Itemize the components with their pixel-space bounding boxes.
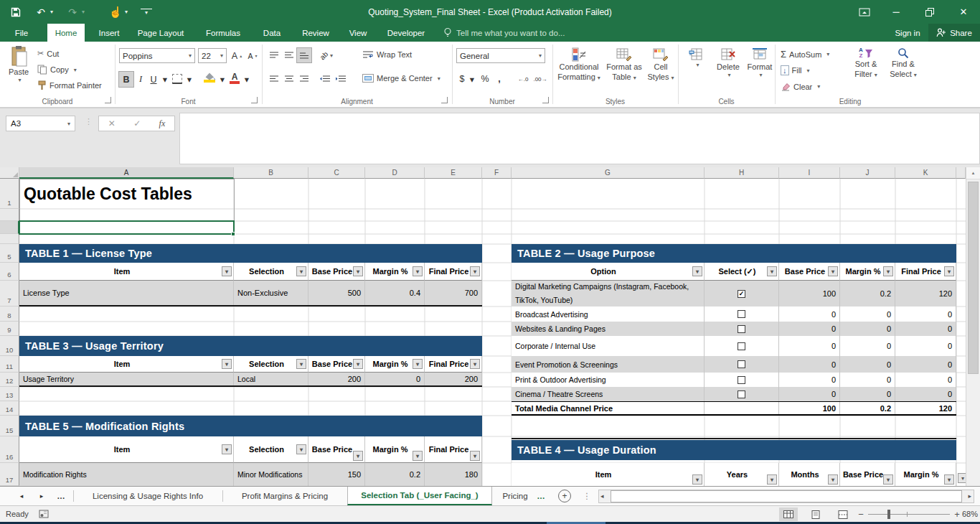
table4-header-margin[interactable]: Margin %▾ <box>895 463 956 486</box>
table1-header-item[interactable]: Item▾ <box>19 263 234 281</box>
table2-header-final[interactable]: Final Price▾ <box>895 263 956 281</box>
table3-header-selection[interactable]: Selection▾ <box>234 356 308 373</box>
clipboard-dialog-launcher-icon[interactable] <box>105 97 111 103</box>
table1-header-selection[interactable]: Selection▾ <box>234 263 308 281</box>
row-header-1[interactable]: 1 <box>0 179 19 209</box>
bottom-align-icon[interactable] <box>297 48 311 62</box>
table1-header-margin[interactable]: Margin %▾ <box>365 263 425 281</box>
column-header-J[interactable]: J <box>840 167 895 179</box>
selected-cell-A3[interactable] <box>19 220 235 235</box>
sheet-tab-profit-margins[interactable]: Profit Margins & Pricing <box>224 487 346 505</box>
table2-row[interactable]: Event Promotion & Screenings 0 0 0 <box>512 356 956 373</box>
touch-mode-dropdown-icon[interactable]: ▾ <box>122 0 131 24</box>
row-header-10[interactable]: 10 <box>0 336 19 356</box>
row-header-12[interactable]: 12 <box>0 373 19 387</box>
column-header-K[interactable]: K <box>895 167 956 179</box>
row-header-15[interactable]: 15 <box>0 416 19 436</box>
row-header-6[interactable]: 6 <box>0 263 19 281</box>
sheet-nav-left-icon[interactable]: ◂ <box>13 487 30 505</box>
hscroll-left-icon[interactable]: ◂ <box>600 492 604 500</box>
clear-button[interactable]: Clear ▾ <box>781 82 820 91</box>
conditional-formatting-button[interactable]: Conditional Formatting▾ <box>555 47 603 83</box>
column-header-A[interactable]: A <box>19 167 234 179</box>
filter-dropdown-icon[interactable]: ▾ <box>883 266 893 276</box>
row-header-9[interactable]: 9 <box>0 322 19 336</box>
fill-button[interactable]: ↓ Fill ▾ <box>781 65 810 75</box>
new-sheet-icon[interactable]: + <box>558 490 571 502</box>
tab-file[interactable]: File <box>6 24 37 42</box>
table1-header-final[interactable]: Final Price▾ <box>425 263 482 281</box>
table4-header-months[interactable]: Months▾ <box>779 463 840 486</box>
table5-header-selection[interactable]: Selection▾ <box>234 436 308 463</box>
filter-dropdown-icon[interactable]: ▾ <box>692 474 702 485</box>
sheet-tab-pricing[interactable]: Pricing <box>496 487 534 505</box>
borders-icon[interactable] <box>172 74 182 84</box>
underline-dropdown-icon[interactable]: ▾ <box>161 72 169 87</box>
filter-dropdown-icon[interactable]: ▾ <box>296 266 306 276</box>
cell-styles-button[interactable]: Cell Styles▾ <box>644 47 677 83</box>
vertical-scroll-thumb[interactable] <box>968 182 979 374</box>
save-icon[interactable] <box>7 0 24 24</box>
undo-dropdown-icon[interactable]: ▾ <box>47 0 56 24</box>
number-dialog-launcher-icon[interactable] <box>542 97 549 103</box>
zoom-slider-track[interactable] <box>868 514 950 515</box>
column-header-E[interactable]: E <box>425 167 482 179</box>
table4-header-item[interactable]: Item▾ <box>512 463 705 486</box>
filter-dropdown-icon[interactable]: ▾ <box>413 451 423 461</box>
table2-row[interactable]: Cinema / Theatre Screens 0 0 0 <box>512 387 956 401</box>
close-button[interactable]: ✕ <box>951 0 976 24</box>
table2-row[interactable]: Corporate / Internal Use 0 0 0 <box>512 336 956 356</box>
merge-center-button[interactable]: Merge & Center ▾ <box>362 74 440 83</box>
table2-header-option[interactable]: Option▾ <box>512 263 705 281</box>
row-header-14[interactable]: 14 <box>0 401 19 416</box>
find-select-button[interactable]: Find & Select▾ <box>885 47 921 80</box>
table2-banner[interactable]: TABLE 2 — Usage Purpose <box>512 244 956 263</box>
hscroll-right-icon[interactable]: ▸ <box>968 492 971 500</box>
table2-header-margin[interactable]: Margin %▾ <box>840 263 895 281</box>
filter-dropdown-icon[interactable]: ▾ <box>353 451 363 461</box>
table4-header-base[interactable]: Base Price▾ <box>840 463 895 486</box>
undo-icon[interactable]: ↶ <box>33 0 49 24</box>
table3-header-margin[interactable]: Margin %▾ <box>365 356 425 373</box>
tab-view[interactable]: View <box>343 24 373 42</box>
font-dialog-launcher-icon[interactable] <box>251 97 258 103</box>
row-header-8[interactable]: 8 <box>0 307 19 322</box>
tell-me-box[interactable]: Tell me what you want to do... <box>443 24 565 42</box>
redo-icon[interactable]: ↷ <box>65 0 80 24</box>
filter-dropdown-icon[interactable]: ▾ <box>828 474 838 485</box>
filter-dropdown-icon[interactable]: ▾ <box>353 266 363 276</box>
row-header-7[interactable]: 7 <box>0 281 19 307</box>
top-align-icon[interactable] <box>267 48 281 62</box>
insert-function-icon[interactable]: fx <box>159 118 166 129</box>
select-all-corner[interactable] <box>0 167 19 179</box>
filter-dropdown-icon[interactable]: ▾ <box>470 266 480 276</box>
filter-dropdown-icon[interactable]: ▾ <box>692 266 702 276</box>
column-header-H[interactable]: H <box>705 167 779 179</box>
filter-dropdown-icon[interactable]: ▾ <box>470 451 480 461</box>
table4-header-years[interactable]: Years▾ <box>705 463 779 486</box>
filter-dropdown-icon[interactable]: ▾ <box>413 266 423 276</box>
currency-format-button[interactable]: $ <box>456 72 468 86</box>
alignment-dialog-launcher-icon[interactable] <box>441 97 448 103</box>
minimize-button[interactable]: ─ <box>884 0 908 24</box>
font-name-combo[interactable]: Poppins ▾ <box>119 48 195 63</box>
filter-dropdown-icon[interactable]: ▾ <box>944 474 954 485</box>
table3-header-final[interactable]: Final Price▾ <box>425 356 482 373</box>
fill-color-icon[interactable] <box>204 72 215 83</box>
table5-data-row[interactable]: Modification Rights Minor Modifications … <box>19 463 482 486</box>
column-header-G[interactable]: G <box>512 167 705 179</box>
tab-review[interactable]: Review <box>297 24 334 42</box>
sheet-title-cell[interactable]: Quotable Cost Tables <box>19 179 234 209</box>
table1-data-row[interactable]: License Type Non-Exclusive 500 0.4 700 <box>19 281 482 307</box>
restore-button[interactable] <box>918 0 942 24</box>
paste-dropdown-icon[interactable]: ▾ <box>18 77 21 84</box>
filter-dropdown-icon[interactable]: ▾ <box>296 444 306 454</box>
usage-checkbox[interactable]: ✓ <box>738 290 745 298</box>
table2-header-select[interactable]: Select (✓)▾ <box>705 263 779 281</box>
filter-dropdown-icon[interactable]: ▾ <box>353 359 363 369</box>
format-painter-button[interactable]: Format Painter <box>37 80 102 90</box>
decrease-decimal-button[interactable]: .00→ <box>532 72 548 86</box>
zoom-out-icon[interactable]: − <box>855 507 867 521</box>
format-cells-button[interactable]: Format ▾ <box>745 47 774 80</box>
percent-format-button[interactable]: % <box>479 72 491 86</box>
